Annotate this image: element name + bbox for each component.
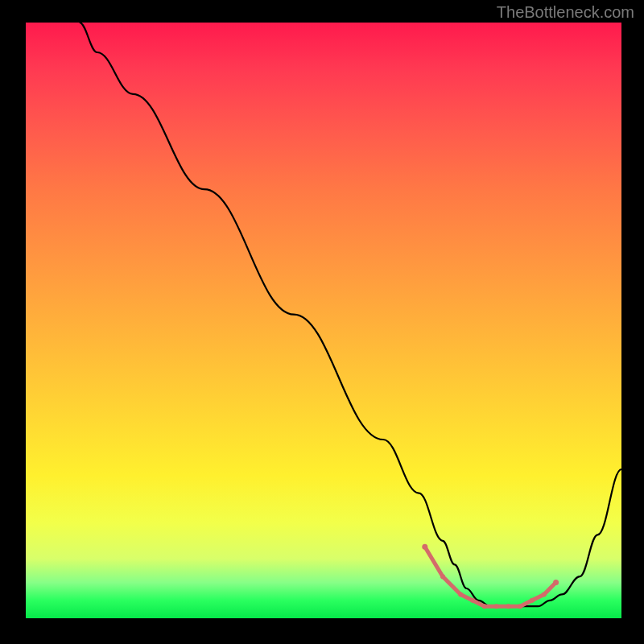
curve-marker-dot bbox=[482, 604, 487, 609]
curve-marker-dot bbox=[542, 592, 547, 597]
curve-marker-segment bbox=[425, 547, 443, 576]
curve-marker-dot bbox=[440, 574, 445, 579]
curve-marker-segment bbox=[443, 576, 460, 594]
curve-marker-dot bbox=[470, 598, 475, 603]
curve-marker-dot bbox=[530, 598, 535, 603]
bottleneck-curve bbox=[26, 23, 621, 618]
chart-plot-area bbox=[26, 23, 621, 618]
attribution-label: TheBottleneck.com bbox=[497, 3, 634, 22]
curve-marker-dot bbox=[458, 592, 463, 597]
curve-marker-dot bbox=[553, 580, 559, 585]
curve-marker-dot bbox=[518, 604, 522, 609]
curve-marker-dot bbox=[422, 544, 427, 550]
curve-marker-dot bbox=[506, 604, 510, 609]
curve-marker-dot bbox=[494, 604, 499, 609]
